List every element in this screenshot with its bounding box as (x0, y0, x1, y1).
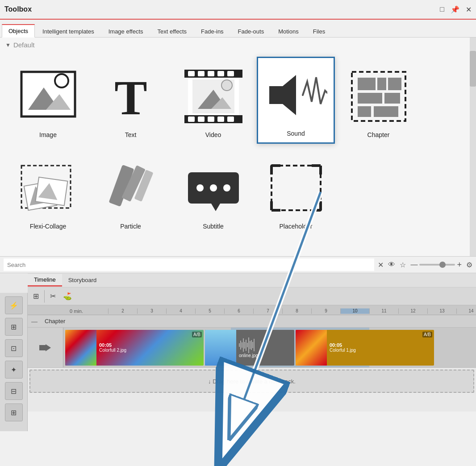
tool-item-video[interactable]: Video (174, 57, 252, 144)
tab-image-effects[interactable]: Image effects (102, 25, 150, 37)
sidebar-btn-2[interactable]: ⊞ (5, 318, 23, 336)
track-row: 00:05 Colorfull 2.jpg A/B (28, 328, 476, 368)
clip-2-waveform (239, 337, 258, 353)
svg-rect-30 (374, 106, 398, 117)
svg-rect-17 (227, 116, 234, 122)
left-sidebar: ⚡ ⊞ ⊡ ✦ ⊟ ⊞ (0, 293, 28, 431)
clip-3-info: 00:05 Colorful 1.jpg (327, 341, 359, 354)
chapter-row: — Chapter (28, 315, 476, 328)
tool-label-sound: Sound (287, 130, 305, 137)
svg-marker-44 (211, 204, 220, 211)
tool-item-flexi-collage[interactable]: Flexi-Collage (9, 148, 87, 235)
zoom-plus[interactable]: + (457, 260, 462, 270)
svg-rect-27 (358, 93, 382, 104)
ruler-mark-5: 5 (195, 308, 224, 314)
video-icon (182, 65, 245, 128)
close-search-button[interactable]: ✕ (378, 261, 384, 269)
timeline-section: ⚡ ⊞ ⊡ ✦ ⊟ ⊞ Timeline Storyboard ⊞ ✂ ⛳ 0 … (0, 273, 476, 412)
ruler-marks: 2 3 4 5 6 7 8 9 10 11 12 13 14 (108, 308, 476, 314)
clip-1-ab-icon: A/B (192, 332, 202, 337)
ruler-mark-4: 4 (166, 308, 195, 314)
tl-btn-scissors[interactable]: ✂ (48, 291, 58, 301)
settings-icon-button[interactable]: ⚙ (466, 261, 472, 269)
zoom-track[interactable] (419, 264, 455, 266)
ruler-mark-10: 10 (340, 308, 369, 314)
scrollbar-thumb[interactable] (470, 51, 476, 87)
toolbox-main: ▼ Default Image T (0, 37, 476, 256)
tab-storyboard[interactable]: Storyboard (62, 275, 103, 286)
tl-divider (44, 290, 45, 303)
zoom-thumb[interactable] (439, 262, 446, 268)
tool-label-video: Video (205, 131, 221, 138)
maximize-button[interactable]: □ (440, 5, 444, 13)
clip-3-name: Colorful 1.jpg (330, 348, 356, 353)
ruler-mark-12: 12 (398, 308, 427, 314)
sidebar-btn-4[interactable]: ✦ (5, 361, 23, 379)
text-icon: T (100, 65, 162, 128)
sidebar-btn-1[interactable]: ⚡ (5, 296, 23, 314)
scrollbar[interactable] (470, 37, 476, 256)
svg-rect-46 (39, 345, 46, 350)
tool-item-particle[interactable]: Particle (92, 148, 170, 235)
svg-text:T: T (114, 71, 147, 123)
zoom-minus[interactable]: — (410, 261, 418, 269)
tool-label-text: Text (125, 131, 137, 138)
clip-1-thumb (65, 330, 96, 366)
image-icon (17, 65, 79, 128)
tool-label-image: Image (39, 131, 57, 138)
tl-btn-flag[interactable]: ⛳ (61, 291, 74, 301)
svg-rect-11 (227, 71, 234, 76)
tool-item-text[interactable]: T Text (92, 57, 170, 144)
sidebar-btn-6[interactable]: ⊞ (5, 404, 23, 421)
ruler-mark-13: 13 (427, 308, 456, 314)
sidebar-btn-3[interactable]: ⊡ (5, 339, 23, 357)
clips-area: 00:05 Colorfull 2.jpg A/B (63, 328, 476, 367)
section-header: ▼ Default (0, 37, 476, 52)
svg-rect-10 (217, 71, 224, 76)
tool-item-image[interactable]: Image (9, 57, 87, 144)
app-title: Toolbox (4, 5, 32, 13)
tab-fade-outs[interactable]: Fade-outs (231, 25, 271, 37)
clip-1-info: 00:05 Colorfull 2.jpg (96, 341, 129, 354)
zoom-slider[interactable]: — + (410, 260, 462, 270)
search-input[interactable] (4, 258, 374, 271)
star-icon-button[interactable]: ☆ (400, 261, 406, 269)
tabs-bar: Objects Intelligent templates Image effe… (0, 20, 476, 37)
tab-intelligent-templates[interactable]: Intelligent templates (36, 25, 101, 37)
tab-motions[interactable]: Motions (271, 25, 305, 37)
clip-2[interactable]: online.jpg (205, 330, 294, 366)
clip-1-time: 00:05 (99, 342, 126, 348)
svg-rect-13 (188, 116, 195, 122)
section-arrow[interactable]: ▼ (5, 42, 11, 48)
drag-track-area[interactable]: ↓ Drag here to create a new track. (29, 370, 474, 393)
clip-3-ab-icon: A/B (422, 332, 432, 337)
tab-text-effects[interactable]: Text effects (151, 25, 194, 37)
items-grid: Image T Text (0, 52, 476, 240)
tool-label-subtitle: Subtitle (203, 223, 224, 230)
tool-item-placeholder[interactable]: Placeholder (257, 148, 335, 235)
clip-1[interactable]: 00:05 Colorfull 2.jpg A/B (65, 330, 204, 366)
search-icons-group: ✕ 👁 ☆ — + ⚙ (378, 260, 472, 270)
drag-track-text: ↓ Drag here to create a new track. (208, 378, 296, 385)
tab-files[interactable]: Files (306, 25, 332, 37)
timeline-toolbar: ⊞ ✂ ⛳ (28, 287, 476, 305)
clip-3[interactable]: 00:05 Colorful 1.jpg A/B (296, 330, 434, 366)
svg-rect-7 (188, 71, 195, 76)
svg-point-43 (223, 184, 230, 191)
tool-item-chapter[interactable]: Chapter (339, 57, 418, 144)
svg-rect-15 (208, 116, 214, 122)
tool-item-subtitle[interactable]: Subtitle (174, 148, 252, 235)
tool-label-flexi-collage: Flexi-Collage (30, 223, 67, 230)
tl-btn-grid[interactable]: ⊞ (31, 291, 41, 301)
close-button[interactable]: ✕ (466, 5, 472, 14)
pin-button[interactable]: 📌 (451, 5, 459, 14)
ruler-mark-6: 6 (224, 308, 253, 314)
tab-fade-ins[interactable]: Fade-ins (194, 25, 230, 37)
eye-icon-button[interactable]: 👁 (388, 261, 395, 269)
flexi-collage-icon (17, 157, 79, 219)
tool-item-sound[interactable]: Sound (257, 57, 335, 144)
tab-objects[interactable]: Objects (2, 24, 35, 37)
tab-timeline[interactable]: Timeline (28, 274, 62, 287)
sidebar-btn-5[interactable]: ⊟ (5, 382, 23, 400)
svg-rect-16 (217, 116, 224, 122)
